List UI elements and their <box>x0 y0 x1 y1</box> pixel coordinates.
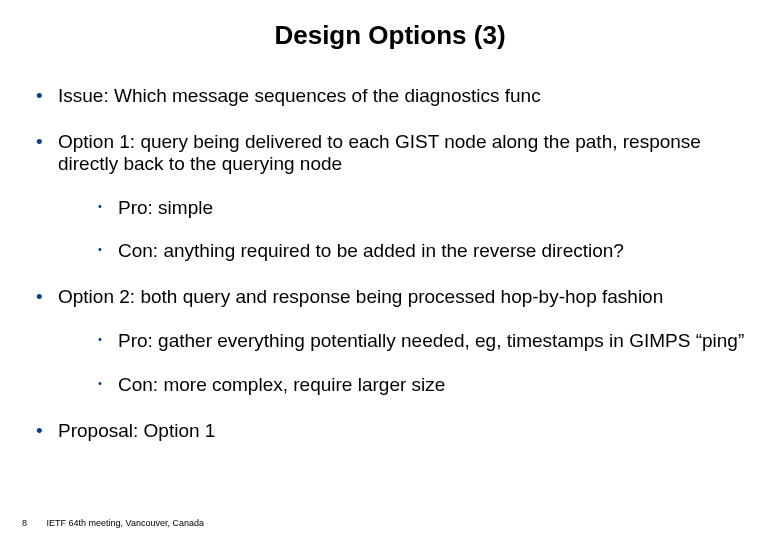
bullet-option2-text: Option 2: both query and response being … <box>58 286 663 307</box>
page-number: 8 <box>22 518 44 528</box>
option2-con: Con: more complex, require larger size <box>118 374 750 396</box>
slide: Design Options (3) Issue: Which message … <box>0 0 780 540</box>
bullet-issue: Issue: Which message sequences of the di… <box>58 85 750 107</box>
bullet-option1: Option 1: query being delivered to each … <box>58 131 750 262</box>
option1-sublist: Pro: simple Con: anything required to be… <box>58 197 750 263</box>
footer-text: IETF 64th meeting, Vancouver, Canada <box>47 518 204 528</box>
bullet-option2: Option 2: both query and response being … <box>58 286 750 396</box>
option1-pro: Pro: simple <box>118 197 750 219</box>
option2-sublist: Pro: gather everything potentially neede… <box>58 330 750 396</box>
slide-title: Design Options (3) <box>0 0 780 61</box>
bullet-option1-text: Option 1: query being delivered to each … <box>58 131 701 174</box>
bullet-proposal: Proposal: Option 1 <box>58 420 750 442</box>
slide-footer: 8 IETF 64th meeting, Vancouver, Canada <box>22 518 204 528</box>
option1-con: Con: anything required to be added in th… <box>118 240 750 262</box>
bullet-list: Issue: Which message sequences of the di… <box>30 85 750 442</box>
option2-pro: Pro: gather everything potentially neede… <box>118 330 750 352</box>
slide-content: Issue: Which message sequences of the di… <box>0 85 780 442</box>
